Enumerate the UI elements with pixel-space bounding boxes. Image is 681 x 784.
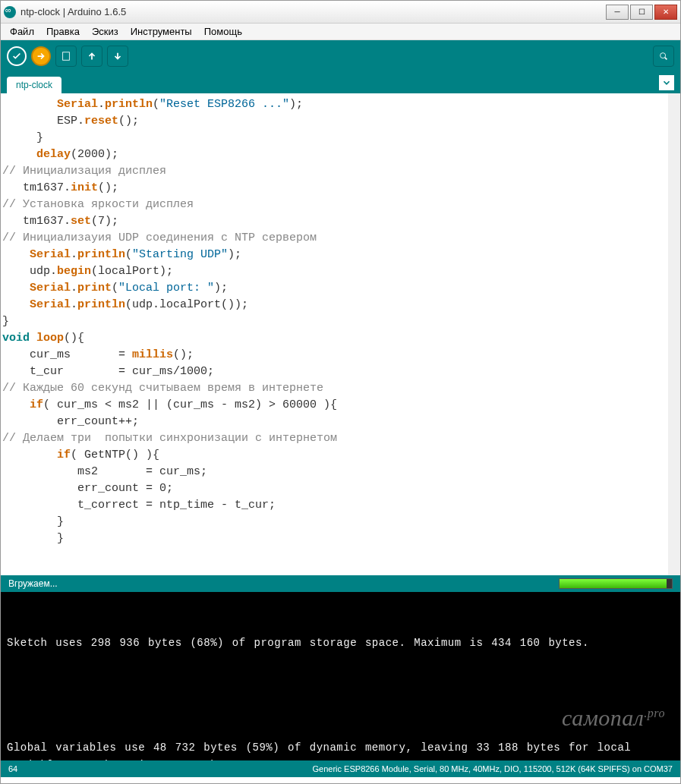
menu-help[interactable]: Помощь: [200, 24, 247, 39]
arrow-right-icon: [36, 51, 46, 61]
code-line: ms2 = cur_ms;: [2, 464, 667, 480]
footer-bar: 64 Generic ESP8266 Module, Serial, 80 MH…: [1, 760, 680, 777]
progress-bar: [559, 578, 673, 589]
menu-file[interactable]: Файл: [5, 24, 39, 39]
code-line: // Каждые 60 секунд считываем время в ин…: [2, 380, 667, 397]
code-line: }: [2, 514, 667, 531]
console-line: Global variables use 48 732 bytes (59%) …: [7, 739, 674, 760]
svg-rect-0: [63, 52, 70, 61]
code-line: if( GetNTP() ){: [2, 447, 667, 464]
code-line: ESP.reset();: [2, 113, 667, 130]
arrow-up-icon: [87, 51, 97, 61]
code-line: t_cur = cur_ms/1000;: [2, 364, 667, 380]
watermark: самопал.pro: [562, 704, 665, 726]
code-line: // Инициализауия UDP соединения с NTP се…: [2, 230, 667, 247]
status-label: Вгружаем...: [8, 578, 58, 589]
close-button[interactable]: ✕: [654, 5, 677, 20]
check-icon: [11, 51, 22, 61]
menu-bar: Файл Правка Эскиз Инструменты Помощь: [1, 24, 680, 40]
maximize-button[interactable]: ☐: [630, 5, 653, 20]
new-button[interactable]: [55, 46, 77, 67]
output-console[interactable]: Sketch uses 298 936 bytes (68%) of progr…: [1, 592, 680, 760]
app-icon: [4, 6, 16, 18]
open-button[interactable]: [81, 46, 102, 67]
file-icon: [61, 51, 71, 61]
title-bar: ntp-clock | Arduino 1.6.5 ─ ☐ ✕: [1, 1, 680, 24]
code-editor[interactable]: Serial.println("Reset ESP8266 ..."); ESP…: [1, 93, 668, 575]
line-number: 64: [8, 764, 17, 773]
sketch-tab[interactable]: ntp-clock: [7, 77, 61, 93]
code-line: }: [2, 531, 667, 547]
code-line: }: [2, 313, 667, 330]
upload-button[interactable]: [31, 46, 51, 66]
console-line: Sketch uses 298 936 bytes (68%) of progr…: [7, 634, 674, 652]
menu-tools[interactable]: Инструменты: [126, 24, 197, 39]
tab-bar: ntp-clock: [1, 72, 680, 93]
menu-edit[interactable]: Правка: [42, 24, 84, 39]
status-bar: Вгружаем...: [1, 575, 680, 592]
code-line: cur_ms = millis();: [2, 347, 667, 364]
code-line: // Делаем три попытки синхронизации с ин…: [2, 430, 667, 447]
serial-monitor-button[interactable]: [653, 46, 674, 67]
code-line: Serial.println("Starting UDP");: [2, 247, 667, 263]
code-line: void loop(){: [2, 330, 667, 347]
code-line: t_correct = ntp_time - t_cur;: [2, 497, 667, 514]
chevron-down-icon: [661, 77, 672, 88]
code-line: Serial.print("Local port: ");: [2, 280, 667, 297]
save-button[interactable]: [107, 46, 128, 67]
window-controls: ─ ☐ ✕: [606, 5, 677, 20]
code-line: if( cur_ms < ms2 || (cur_ms - ms2) > 600…: [2, 397, 667, 414]
code-line: Serial.println("Reset ESP8266 ...");: [2, 96, 667, 113]
search-icon: [658, 51, 669, 61]
verify-button[interactable]: [7, 46, 27, 66]
menu-sketch[interactable]: Эскиз: [87, 24, 123, 39]
board-info: Generic ESP8266 Module, Serial, 80 MHz, …: [313, 764, 673, 773]
code-line: err_count++;: [2, 414, 667, 430]
tab-menu-button[interactable]: [659, 75, 674, 90]
code-line: udp.begin(localPort);: [2, 263, 667, 280]
toolbar: [1, 40, 680, 72]
arrow-down-icon: [112, 51, 123, 61]
code-line: }: [2, 130, 667, 146]
minimize-button[interactable]: ─: [606, 5, 629, 20]
code-line: delay(2000);: [2, 146, 667, 163]
svg-point-1: [661, 53, 666, 58]
code-line: tm1637.init();: [2, 180, 667, 197]
progress-fill: [560, 579, 667, 588]
code-line: Serial.println(udp.localPort());: [2, 297, 667, 313]
code-line: err_count = 0;: [2, 480, 667, 497]
vertical-scrollbar[interactable]: [668, 93, 680, 575]
window-title: ntp-clock | Arduino 1.6.5: [20, 6, 606, 17]
code-line: // Инициализация дисплея: [2, 163, 667, 180]
code-line: tm1637.set(7);: [2, 213, 667, 230]
code-line: // Установка яркости дисплея: [2, 197, 667, 213]
